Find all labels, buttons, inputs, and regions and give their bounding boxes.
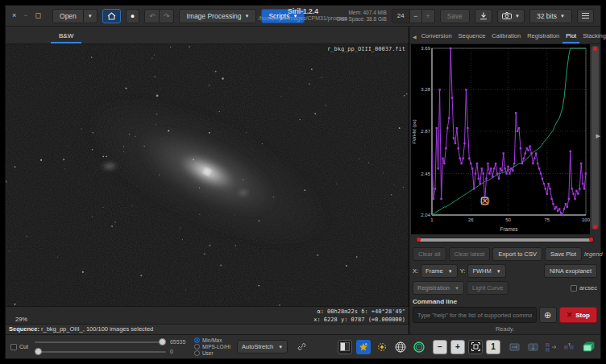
tab-calibration[interactable]: Calibration	[488, 29, 524, 43]
chain-link-icon	[297, 342, 306, 351]
camera-icon	[502, 12, 512, 19]
high-threshold-value: 65535	[170, 339, 188, 345]
open-recent-dropdown[interactable]: ▼	[84, 9, 98, 23]
tab-stacking[interactable]: Stacking	[579, 29, 606, 43]
zoom-controls: − + 1	[433, 340, 500, 354]
command-line-label: Command line	[409, 296, 600, 305]
chevron-down-icon: ▼	[448, 269, 453, 274]
svg-text:50: 50	[505, 217, 511, 222]
light-curve-button[interactable]: Light Curve	[467, 281, 508, 295]
tab-conversion[interactable]: Conversion	[418, 29, 455, 43]
command-help-button[interactable]: ⊕	[539, 307, 557, 323]
undo-button[interactable]: ↶	[144, 9, 160, 23]
image-processing-menu[interactable]: Image Processing ▼	[179, 9, 256, 23]
increment-button[interactable]: +	[422, 9, 435, 23]
stop-x-icon: ✕	[567, 311, 573, 319]
save-as-button[interactable]	[475, 9, 492, 23]
stretch-mode-dropdown[interactable]: AutoStretch ▼	[237, 340, 288, 354]
tab-registration[interactable]: Registration	[524, 29, 562, 43]
registration-dropdown[interactable]: Registration ▼	[413, 281, 464, 295]
bit-depth-dropdown[interactable]: 32 bits ▼	[529, 9, 572, 23]
registration-preview-x-button[interactable]: R R	[544, 340, 558, 354]
svg-text:R: R	[546, 347, 550, 352]
radio-user[interactable]: User	[194, 350, 230, 356]
radio-icon	[194, 350, 200, 356]
processing-tab-bar: ◀ Conversion Sequence Calibration Regist…	[409, 27, 600, 44]
export-csv-button[interactable]: Export to CSV	[492, 247, 542, 261]
fwhm-plot[interactable]: 2.042.452.873.283.691265075100FramesFWHM…	[411, 44, 590, 234]
cursor-coordinates: α: 00h28m22s δ: +40°28'49" x: 6228 y: 07…	[313, 308, 405, 324]
link-channels-button[interactable]	[294, 340, 309, 354]
tabs-scroll-left-icon[interactable]: ◀	[411, 34, 418, 43]
image-canvas[interactable]: r_bkg_pp_OIII_00037.fit	[6, 44, 409, 306]
globe-grid-icon	[395, 341, 406, 353]
scrollbar-top-marker	[593, 47, 597, 51]
psf-button[interactable]	[375, 340, 389, 354]
r-arrow-right-icon: R R	[546, 342, 557, 352]
tab-bw[interactable]: B&W	[51, 29, 81, 43]
zoom-out-button[interactable]: −	[433, 340, 447, 354]
checkbox-icon	[571, 285, 577, 292]
nina-exoplanet-button[interactable]: NINA exoplanet	[544, 264, 597, 278]
slider-start-marker	[417, 238, 421, 242]
radio-icon	[194, 344, 200, 350]
mirror-x-button[interactable]	[507, 340, 521, 354]
negative-view-button[interactable]	[338, 340, 352, 354]
high-threshold-slider[interactable]	[35, 338, 166, 345]
save-plot-button[interactable]: Save Plot	[545, 247, 582, 261]
close-icon[interactable]: ×	[12, 12, 16, 19]
svg-text:2.87: 2.87	[421, 129, 430, 134]
zoom-100-button[interactable]: 1	[486, 340, 500, 354]
cut-checkbox[interactable]: Cut	[10, 344, 28, 350]
home-icon	[107, 12, 116, 20]
chevron-down-icon: ▼	[560, 14, 565, 19]
mirror-y-button[interactable]	[525, 340, 540, 354]
svg-text:75: 75	[544, 217, 550, 222]
arcsec-checkbox[interactable]: arcsec	[571, 284, 597, 292]
star-detection-button[interactable]	[356, 340, 371, 354]
frame-range-slider[interactable]	[413, 235, 597, 245]
sequence-list-button[interactable]	[581, 340, 596, 354]
home-button[interactable]	[102, 9, 121, 23]
open-button[interactable]: Open	[52, 9, 84, 23]
chevron-down-icon: ▼	[278, 345, 283, 350]
counter-spinner: 24 − +	[392, 9, 435, 23]
redo-button[interactable]: ↷	[160, 9, 174, 23]
svg-text:100: 100	[582, 217, 590, 222]
main-menu-button[interactable]	[577, 9, 594, 23]
radio-minmax[interactable]: Min/Max	[194, 337, 230, 343]
x-axis-dropdown[interactable]: Frame ▼	[421, 264, 458, 278]
svg-text:R: R	[570, 345, 574, 350]
registration-preview-y-button[interactable]: R R	[562, 340, 577, 354]
tab-plot[interactable]: Plot	[562, 29, 579, 43]
snapshot-button[interactable]: ▼	[497, 9, 525, 23]
y-axis-dropdown[interactable]: FWHM ▼	[467, 264, 505, 278]
record-icon: ●	[131, 12, 135, 20]
clear-latest-button[interactable]: Clear latest	[449, 247, 491, 261]
stop-button[interactable]: ✕ Stop	[559, 307, 597, 323]
circle-plus-icon: ⊕	[544, 310, 551, 321]
svg-text:3.69: 3.69	[421, 46, 430, 51]
photometry-button[interactable]	[412, 340, 426, 354]
record-button[interactable]: ●	[126, 9, 139, 23]
chevron-down-icon: ▼	[454, 286, 459, 291]
zoom-fit-button[interactable]	[468, 340, 483, 354]
svg-text:2.45: 2.45	[421, 172, 430, 176]
fit-to-window-icon	[471, 342, 480, 351]
counter-value: 24	[392, 9, 409, 23]
low-threshold-slider[interactable]	[35, 348, 166, 355]
decrement-button[interactable]: −	[409, 9, 422, 23]
app-title: Siril-1.2.4	[259, 7, 347, 15]
tab-sequence[interactable]: Sequence	[455, 29, 489, 43]
negative-image-icon	[340, 342, 350, 351]
clear-all-button[interactable]: Clear all	[413, 247, 446, 261]
save-button[interactable]: Save	[440, 9, 470, 23]
minimize-icon[interactable]: −	[23, 12, 27, 19]
annotations-button[interactable]	[393, 340, 408, 354]
maximize-icon[interactable]: ◻	[35, 12, 41, 19]
panel-expander-icon[interactable]: ▶	[596, 133, 600, 139]
zoom-in-button[interactable]: +	[450, 340, 465, 354]
r-arrow-up-icon: R R	[564, 342, 575, 352]
radio-mips-lohi[interactable]: MIPS-LO/HI	[194, 344, 230, 350]
command-input[interactable]	[413, 307, 537, 323]
